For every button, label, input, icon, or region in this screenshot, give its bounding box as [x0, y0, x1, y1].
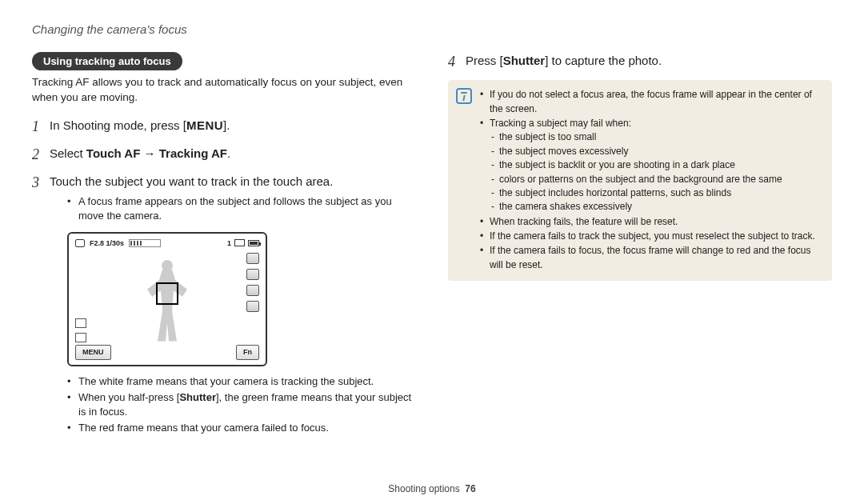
step-body: Press [Shutter] to capture the photo. [466, 52, 832, 69]
step-number: 4 [448, 52, 466, 72]
shot-count: 1 [227, 238, 231, 249]
page-header: Changing the camera's focus [32, 22, 832, 36]
step-4: 4 Press [Shutter] to capture the photo. [448, 52, 832, 72]
step-body: In Shooting mode, press [MENU]. [50, 117, 416, 134]
step-2: 2 Select Touch AF → Tracking AF. [32, 145, 416, 165]
step-1: 1 In Shooting mode, press [MENU]. [32, 117, 416, 137]
storage-icon [234, 239, 245, 246]
manual-page: Changing the camera's focus Using tracki… [0, 0, 864, 504]
info-icon [456, 88, 472, 104]
left-column: Using tracking auto focus Tracking AF al… [32, 52, 416, 451]
step-body: Touch the subject you want to track in t… [50, 173, 416, 443]
lcd-left-icons [75, 318, 86, 342]
step-number: 3 [32, 173, 50, 193]
focus-frame [156, 282, 178, 305]
menu-button-label: MENU [186, 118, 223, 132]
timer-icon [246, 269, 259, 280]
mode-icon [75, 239, 85, 247]
lcd-menu-button: MENU [75, 345, 111, 360]
sub-bullets: A focus frame appears on the subject and… [67, 194, 416, 223]
info-callout: If you do not select a focus area, the f… [448, 80, 832, 281]
lcd-right-icons [246, 253, 259, 312]
setting-icon [246, 301, 259, 312]
fail-reasons: the subject is too small the subject mov… [490, 130, 782, 214]
step-number: 2 [32, 145, 50, 165]
off-icon [75, 318, 86, 328]
step-body: Select Touch AF → Tracking AF. [50, 145, 416, 162]
footer-section: Shooting options [388, 483, 459, 494]
exposure-scale-icon [129, 239, 161, 247]
info-bullets: If you do not select a focus area, the f… [480, 88, 822, 273]
lcd-bottom-bar: MENU Fn [75, 345, 259, 360]
exposure-readout: F2.8 1/30s [90, 238, 124, 249]
intro-paragraph: Tracking AF allows you to track and auto… [32, 75, 416, 106]
lcd-top-bar: F2.8 1/30s 1 [75, 238, 259, 249]
steps-list-right: 4 Press [Shutter] to capture the photo. [448, 52, 832, 72]
frame-meaning-bullets: The white frame means that your camera i… [67, 374, 416, 436]
focus-area-icon [75, 333, 86, 342]
section-pill: Using tracking auto focus [32, 52, 182, 70]
lcd-fn-button: Fn [236, 345, 259, 360]
flash-icon [246, 253, 259, 264]
step-3: 3 Touch the subject you want to track in… [32, 173, 416, 443]
step-number: 1 [32, 117, 50, 137]
two-column-layout: Using tracking auto focus Tracking AF al… [32, 52, 832, 451]
camera-lcd-illustration: F2.8 1/30s 1 [67, 232, 267, 366]
steps-list: 1 In Shooting mode, press [MENU]. 2 Sele… [32, 117, 416, 444]
right-column: 4 Press [Shutter] to capture the photo. … [448, 52, 832, 451]
page-number: 76 [465, 483, 475, 494]
battery-icon [248, 240, 259, 246]
page-footer: Shooting options 76 [0, 483, 864, 494]
setting-icon [246, 285, 259, 296]
